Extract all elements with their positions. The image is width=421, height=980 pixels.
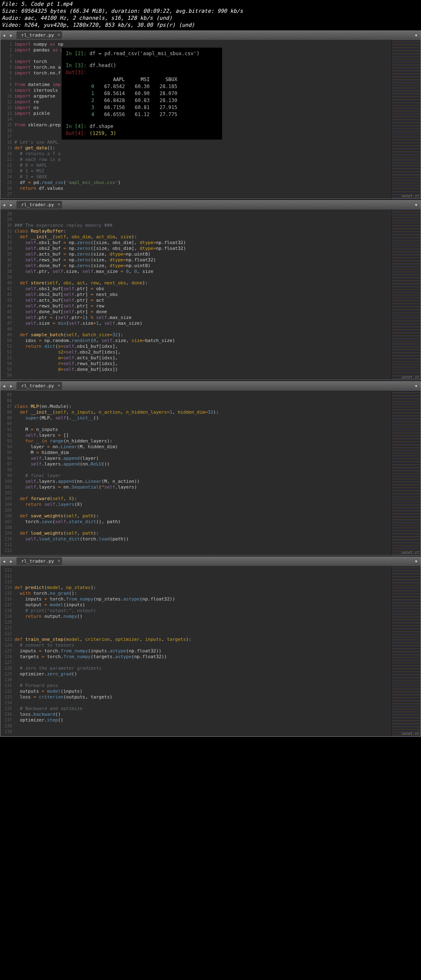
watermark: sanet.st (401, 731, 419, 736)
tab-bar: ◀ ▶ rl_trader.py × ▼ (0, 31, 421, 40)
editor-pane-4: ◀ ▶ rl_trader.py× ▼ 11111211311411511611… (0, 556, 421, 737)
gutter: 1111121131141151161171181191201211221231… (0, 566, 14, 736)
minimap[interactable] (391, 566, 421, 736)
tab-file[interactable]: rl_trader.py× (16, 557, 62, 565)
editor-pane-1: ◀ ▶ rl_trader.py × ▼ 1234567891011121314… (0, 30, 421, 199)
terminal-overlay[interactable]: In [2]: df = pd.read_csv('aapl_msi_sbux.… (61, 47, 222, 140)
nav-prev-icon[interactable]: ◀ (0, 33, 7, 37)
watermark: sanet.st (401, 550, 419, 554)
chevron-down-icon[interactable]: ▼ (415, 33, 417, 37)
close-icon[interactable]: × (58, 559, 60, 563)
minimap[interactable] (391, 210, 421, 380)
nav-prev-icon[interactable]: ◀ (0, 203, 7, 207)
tab-bar: ◀ ▶ rl_trader.py× ▼ (0, 200, 421, 210)
gutter: 2829303132333435363738394041424344454647… (0, 210, 14, 380)
editor-pane-3: ◀ ▶ rl_trader.py× ▼ 85868788899091929394… (0, 381, 421, 556)
nav-next-icon[interactable]: ▶ (7, 384, 14, 388)
tab-file[interactable]: rl_trader.py× (16, 201, 62, 209)
close-icon[interactable]: × (58, 33, 60, 37)
tab-bar: ◀ ▶ rl_trader.py× ▼ (0, 382, 421, 391)
nav-next-icon[interactable]: ▶ (7, 203, 14, 207)
chevron-down-icon[interactable]: ▼ (415, 384, 417, 388)
file-info: File: 5. Code pt 1.mp4 Size: 69564325 by… (0, 0, 421, 30)
nav-next-icon[interactable]: ▶ (7, 33, 14, 37)
tab-bar: ◀ ▶ rl_trader.py× ▼ (0, 557, 421, 566)
chevron-down-icon[interactable]: ▼ (415, 203, 417, 207)
editor-pane-2: ◀ ▶ rl_trader.py× ▼ 28293031323334353637… (0, 200, 421, 380)
code-area[interactable]: class MLP(nn.Module): def __init__(self,… (14, 391, 391, 555)
watermark: sanet.st (401, 194, 419, 198)
chevron-down-icon[interactable]: ▼ (415, 559, 417, 563)
minimap[interactable] (391, 40, 421, 199)
close-icon[interactable]: × (58, 383, 60, 388)
gutter: 8586878889909192939495969798991001011021… (0, 391, 14, 555)
tab-file[interactable]: rl_trader.py× (16, 382, 62, 390)
nav-next-icon[interactable]: ▶ (7, 559, 14, 563)
watermark: sanet.st (401, 375, 419, 379)
tab-label: rl_trader.py (21, 33, 54, 38)
nav-prev-icon[interactable]: ◀ (0, 384, 7, 388)
nav-prev-icon[interactable]: ◀ (0, 559, 7, 563)
dataframe-table: AAPLMSISBUX 067.854260.3028.185168.56146… (86, 76, 182, 118)
code-area[interactable]: def predict(model, np_states): with torc… (14, 566, 391, 736)
gutter: 1234567891011121314151617181920212223242… (0, 40, 14, 199)
minimap[interactable] (391, 391, 421, 555)
tab-file[interactable]: rl_trader.py × (16, 31, 62, 39)
code-area[interactable]: ### The experience replay memory ###clas… (14, 210, 391, 380)
close-icon[interactable]: × (58, 202, 60, 207)
